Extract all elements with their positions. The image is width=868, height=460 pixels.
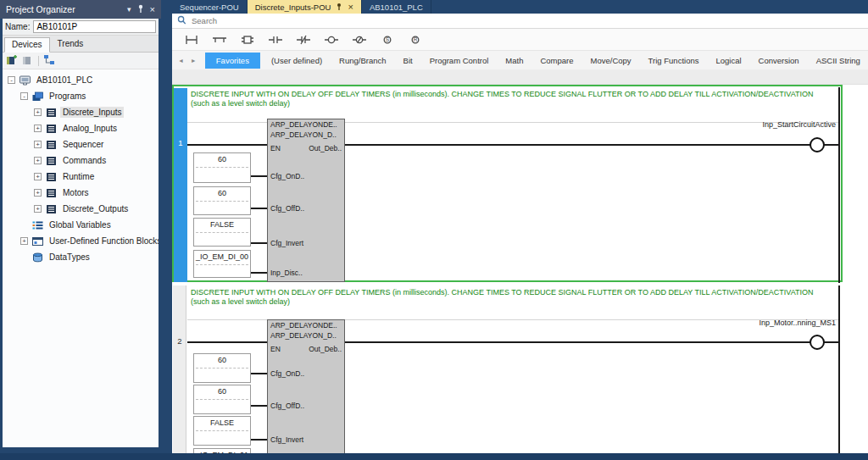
operand-box[interactable]: 60 bbox=[193, 186, 251, 215]
operand-box[interactable]: 60 bbox=[193, 385, 251, 414]
collapse-icon[interactable]: - bbox=[20, 92, 28, 100]
coil-icon[interactable] bbox=[323, 34, 340, 46]
expand-icon[interactable]: + bbox=[34, 141, 42, 148]
category-trig-functions[interactable]: Trig Functions bbox=[640, 53, 708, 68]
window-menu-icon[interactable]: ▾ bbox=[127, 5, 131, 14]
right-power-rail bbox=[838, 285, 840, 453]
tree-item-controller[interactable]: - AB10101_PLC bbox=[3, 72, 159, 88]
device-hierarchy-icon[interactable] bbox=[43, 53, 55, 69]
category-program-control[interactable]: Program Control bbox=[421, 53, 498, 68]
operand-box[interactable]: FALSE bbox=[193, 218, 251, 247]
pin-wire bbox=[251, 208, 267, 209]
device-tree: - AB10101_PLC - Programs + Discrete_Inpu… bbox=[3, 69, 159, 445]
reset-coil-icon[interactable]: R bbox=[407, 34, 424, 46]
expand-icon[interactable]: + bbox=[34, 157, 42, 164]
name-label: Name: bbox=[5, 22, 30, 31]
block-en-pin: EN bbox=[270, 145, 281, 153]
collapse-icon[interactable]: - bbox=[8, 76, 15, 84]
category-logical[interactable]: Logical bbox=[707, 53, 749, 68]
category-compare[interactable]: Compare bbox=[531, 53, 581, 68]
block-en-pin: EN bbox=[270, 346, 281, 354]
operand-divider bbox=[196, 167, 248, 168]
category-ascii-string[interactable]: ASCII String bbox=[808, 53, 868, 68]
rung-1-margin[interactable] bbox=[174, 88, 187, 282]
tree-item-analog-inputs[interactable]: + Analog_Inputs bbox=[3, 120, 159, 136]
function-block[interactable]: ARP_DELAYONDE.. ARP_DELAYON_D.. EN Out_D… bbox=[267, 319, 345, 453]
operand-box[interactable]: 60 bbox=[193, 353, 251, 383]
program-icon bbox=[45, 140, 58, 150]
panel-tab-strip: Devices Trends bbox=[3, 36, 159, 53]
doc-tab-sequencer-pou[interactable]: Sequencer-POU bbox=[172, 0, 248, 14]
function-block-icon[interactable] bbox=[239, 34, 256, 46]
operand-box[interactable]: _IO_EM_DI_00 bbox=[193, 250, 251, 278]
coil-negated-icon[interactable] bbox=[351, 34, 368, 46]
tree-item-motors[interactable]: + Motors bbox=[3, 185, 159, 201]
contact-icon[interactable] bbox=[267, 34, 284, 46]
doc-tab-ab10101-plc[interactable]: AB10101_PLC bbox=[362, 0, 431, 14]
set-coil-icon[interactable]: S bbox=[379, 34, 396, 46]
tree-item-label: Commands bbox=[60, 155, 108, 166]
doc-tab-discrete-inputs-pou[interactable]: Discrete_Inputs-POU × bbox=[248, 0, 362, 14]
category-rung-branch[interactable]: Rung/Branch bbox=[331, 53, 394, 68]
tree-item-discrete-outputs[interactable]: + Discrete_Outputs bbox=[3, 201, 159, 217]
project-organizer-panel: Project Organizer ▾ × Name: Devices Tren… bbox=[0, 0, 161, 460]
pin-icon[interactable] bbox=[137, 4, 144, 15]
tree-item-runtime[interactable]: + Runtime bbox=[3, 169, 159, 185]
tree-item-label: User-Defined Function Blocks bbox=[47, 236, 159, 247]
tree-item-sequencer[interactable]: + Sequencer bbox=[3, 136, 159, 152]
expand-icon[interactable]: + bbox=[34, 125, 42, 132]
category-math[interactable]: Math bbox=[497, 53, 531, 68]
expand-icon[interactable]: + bbox=[34, 173, 42, 180]
add-device-icon[interactable] bbox=[6, 53, 18, 69]
pin-icon[interactable] bbox=[336, 3, 342, 11]
coil-operand-label[interactable]: Inp_StartCircuitActive bbox=[641, 120, 836, 129]
rung-2-margin[interactable] bbox=[173, 285, 186, 453]
operand-box[interactable]: FALSE bbox=[193, 416, 251, 446]
expand-icon[interactable]: + bbox=[34, 189, 42, 197]
toolbar-separator bbox=[38, 56, 39, 66]
tab-devices[interactable]: Devices bbox=[4, 37, 50, 53]
search-input[interactable] bbox=[192, 16, 531, 25]
pin-wire bbox=[251, 272, 267, 274]
output-coil[interactable] bbox=[810, 137, 825, 152]
block-input-pin: Cfg_Invert bbox=[270, 239, 303, 247]
close-icon[interactable]: × bbox=[150, 4, 155, 14]
tree-item-datatypes[interactable]: DataTypes bbox=[3, 249, 159, 265]
category-move-copy[interactable]: Move/Copy bbox=[582, 53, 640, 68]
block-instance-name: ARP_DELAYONDE.. bbox=[268, 119, 344, 130]
category-user-defined[interactable]: (User defined) bbox=[263, 53, 331, 68]
device-name-row: Name: bbox=[3, 19, 159, 36]
rung-icon[interactable] bbox=[183, 34, 200, 46]
category-bit[interactable]: Bit bbox=[395, 53, 421, 68]
function-block[interactable]: ARP_DELAYONDE.. ARP_DELAYON_D.. EN Out_D… bbox=[267, 119, 345, 282]
tree-item-programs[interactable]: - Programs bbox=[3, 88, 159, 104]
category-conversion[interactable]: Conversion bbox=[750, 53, 808, 68]
expand-icon[interactable]: + bbox=[34, 108, 42, 116]
block-out-pin: Out_Deb.. bbox=[309, 346, 342, 354]
operand-divider bbox=[196, 430, 248, 431]
block-input-pin: Cfg_Invert bbox=[270, 435, 303, 444]
tree-item-commands[interactable]: + Commands bbox=[3, 152, 159, 169]
rung-comment[interactable]: DISCRETE INPUT WITH ON DELAY OFF DELAY T… bbox=[191, 288, 832, 307]
expand-icon[interactable]: + bbox=[34, 205, 42, 213]
expand-icon[interactable]: + bbox=[20, 237, 28, 245]
coil-operand-label[interactable]: Inp_Motor..nning_MS1 bbox=[641, 319, 836, 327]
branch-icon[interactable] bbox=[211, 34, 228, 46]
close-icon[interactable]: × bbox=[348, 2, 353, 12]
tree-item-discrete-inputs[interactable]: + Discrete_Inputs bbox=[3, 104, 159, 120]
block-input-pin: Cfg_OnD.. bbox=[270, 369, 304, 378]
tab-trends[interactable]: Trends bbox=[50, 36, 92, 52]
rung-comment[interactable]: DISCRETE INPUT WITH ON DELAY OFF DELAY T… bbox=[191, 90, 832, 108]
tree-item-udfb[interactable]: + User-Defined Function Blocks bbox=[3, 233, 159, 249]
output-coil[interactable] bbox=[810, 335, 825, 350]
tree-item-label: Sequencer bbox=[60, 139, 106, 150]
category-scroll-arrows[interactable]: ◄ ► bbox=[172, 58, 205, 64]
device-name-input[interactable] bbox=[33, 20, 156, 33]
operand-box[interactable]: 60 bbox=[193, 152, 251, 183]
editor-gap bbox=[172, 69, 868, 85]
contact-negated-icon[interactable] bbox=[295, 34, 312, 46]
programs-icon bbox=[31, 91, 44, 102]
add-device-secondary-icon[interactable] bbox=[22, 53, 34, 69]
category-favorites[interactable]: Favorites bbox=[205, 53, 260, 69]
tree-item-global-variables[interactable]: Global Variables bbox=[3, 217, 159, 233]
